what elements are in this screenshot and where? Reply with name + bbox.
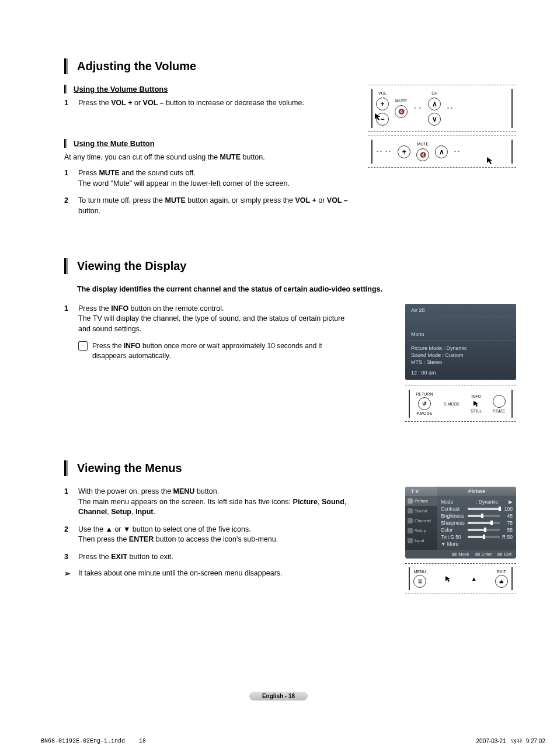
menu-foot-enter: Enter xyxy=(475,552,492,557)
label-menu: MENU xyxy=(414,570,426,574)
cursor-pointer-icon xyxy=(472,400,481,408)
label-return: RETURN xyxy=(416,392,433,396)
menu-foot-exit: Exit xyxy=(497,552,511,557)
menu-title: Picture xyxy=(437,487,516,496)
osd-time: 12 : 00 am xyxy=(411,369,510,376)
vol-up-icon: + xyxy=(376,98,389,110)
subsection-heading: Using the Mute Button xyxy=(74,139,155,148)
osd-picture-mode: Picture Mode : Dynamic xyxy=(411,345,510,352)
arrow-icon: ➢ xyxy=(64,569,78,578)
menu-sidebar: PictureSoundChannelSetupInput xyxy=(405,496,437,550)
label-psize: P.SIZE xyxy=(493,409,505,413)
footer-time: 9:27:02 xyxy=(526,738,545,744)
footer-mid: ｿﾀﾈﾄ xyxy=(511,738,523,744)
section-adjusting-volume: Adjusting the Volume Using the Volume Bu… xyxy=(64,58,516,223)
footer-page: 18 xyxy=(139,738,146,744)
step-number: 2 xyxy=(64,525,78,545)
osd-menu: T V Picture PictureSoundChannelSetupInpu… xyxy=(405,487,516,559)
section-heading: Viewing the Menus xyxy=(77,460,182,476)
remote-diagram-info: RETURN ↺ P.MODE S.MODE INFO STILL xyxy=(405,386,516,422)
remote-diagram-vol: VOL + − MUTE 🔇 ∘ ∘ CH ∧ xyxy=(368,85,516,132)
cursor-pointer-icon xyxy=(486,156,495,165)
step-text: To turn mute off, press the MUTE button … xyxy=(78,196,356,216)
label-still: STILL xyxy=(471,409,482,413)
cursor-pointer-icon xyxy=(374,112,383,122)
label-mute: MUTE xyxy=(417,142,429,146)
step-text: Press MUTE and the sound cuts off.The wo… xyxy=(78,168,356,189)
ch-down-icon: ∨ xyxy=(428,113,441,126)
step-text: Press the VOL + or VOL – button to incre… xyxy=(78,98,356,109)
mute-icon: 🔇 xyxy=(395,105,408,118)
page-number: English - 18 xyxy=(249,692,308,700)
note-icon: ☞ xyxy=(78,341,88,351)
note-text: Press the INFO button once more or wait … xyxy=(92,341,356,361)
footer-date: 2007-03-21 xyxy=(476,738,506,744)
menu-row: Mode: Dynamic▶ xyxy=(441,498,513,505)
heading-bar xyxy=(64,58,68,74)
remote-diagram-mute: ∘∘ ∘∘ + MUTE 🔇 ∧ ∘∘ xyxy=(368,136,516,168)
step-number: 1 xyxy=(64,304,78,335)
sub-bar xyxy=(64,139,67,148)
menu-foot-move: Move xyxy=(452,552,469,557)
menu-more: ▼ More xyxy=(441,540,513,547)
return-icon: ↺ xyxy=(418,397,431,410)
menu-side-item: Setup xyxy=(405,526,437,536)
step-text: Press the EXIT button to exit. xyxy=(78,552,356,563)
section-viewing-display: Viewing the Display The display identifi… xyxy=(64,258,516,425)
menu-row: Contrast100 xyxy=(441,505,513,512)
osd-channel: Air 28 xyxy=(405,304,516,317)
step-text: Use the ▲ or ▼ button to select one of t… xyxy=(78,525,356,545)
osd-sound-type: Mono xyxy=(405,317,516,341)
mute-icon: 🔇 xyxy=(416,148,429,161)
osd-mts: MTS : Stereo xyxy=(411,359,510,366)
footer-file-info: BN68-01192E-02Eng-1.indd 18 xyxy=(41,738,146,744)
section-viewing-menus: Viewing the Menus 1 With the power on, p… xyxy=(64,460,516,598)
menu-row: Tint G 50R 50 xyxy=(441,533,513,540)
footer-timestamp: 2007-03-21 ｿﾀﾈﾄ 9:27:02 xyxy=(476,738,545,744)
exit-icon: ⏏ xyxy=(495,575,508,588)
step-number: 1 xyxy=(64,98,78,109)
vol-up-icon: + xyxy=(398,145,410,158)
menu-row: Color55 xyxy=(441,526,513,533)
menu-tv-label: T V xyxy=(405,487,437,496)
remote-diagram-menu: MENU ☰ ▲ EXIT ⏏ xyxy=(405,563,516,594)
heading-bar xyxy=(64,460,68,476)
blank-icon xyxy=(493,395,506,408)
ch-up-icon: ∧ xyxy=(428,98,441,110)
cursor-pointer-icon xyxy=(444,575,452,583)
menu-row: Brightness45 xyxy=(441,512,513,519)
label-exit: EXIT xyxy=(497,570,506,574)
section-heading: Adjusting the Volume xyxy=(77,58,196,74)
step-number: 1 xyxy=(64,487,78,518)
note-text: It takes about one minute until the on-s… xyxy=(78,569,283,578)
step-text: Press the INFO button on the remote cont… xyxy=(78,304,356,335)
intro-text: At any time, you can cut off the sound u… xyxy=(64,152,356,163)
label-smode: S.MODE xyxy=(444,402,460,406)
step-text: With the power on, press the MENU button… xyxy=(78,487,356,518)
step-number: 3 xyxy=(64,552,78,563)
sub-bar xyxy=(64,85,67,93)
menu-side-item: Input xyxy=(405,536,437,546)
menu-side-item: Channel xyxy=(405,516,437,526)
step-number: 2 xyxy=(64,196,78,216)
intro-text: The display identifies the current chann… xyxy=(77,285,516,294)
label-pmode: P.MODE xyxy=(417,411,433,415)
section-heading: Viewing the Display xyxy=(77,258,186,274)
footer-filename: BN68-01192E-02Eng-1.indd xyxy=(41,738,125,744)
label-info: INFO xyxy=(471,394,481,398)
menu-icon: ☰ xyxy=(413,575,426,588)
label-vol: VOL xyxy=(378,91,387,95)
menu-row: Sharpness75 xyxy=(441,519,513,526)
osd-info-display: Air 28 Mono Picture Mode : Dynamic Sound… xyxy=(405,304,516,380)
ch-up-icon: ∧ xyxy=(435,145,448,158)
menu-main: Mode: Dynamic▶Contrast100Brightness45Sha… xyxy=(437,496,516,550)
menu-side-item: Sound xyxy=(405,506,437,516)
subsection-heading: Using the Volume Buttons xyxy=(74,85,168,93)
label-mute: MUTE xyxy=(395,99,407,103)
osd-sound-mode: Sound Mode : Custom xyxy=(411,352,510,359)
step-number: 1 xyxy=(64,168,78,189)
label-ch: CH xyxy=(431,91,437,95)
menu-side-item: Picture xyxy=(405,496,437,506)
heading-bar xyxy=(64,258,68,274)
